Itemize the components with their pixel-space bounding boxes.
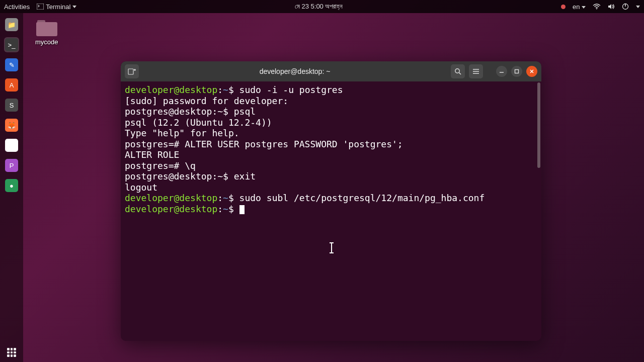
svg-rect-4 bbox=[128, 69, 133, 74]
maximize-button[interactable] bbox=[511, 66, 522, 77]
scrollbar[interactable] bbox=[537, 82, 540, 168]
app-menu-label: Terminal bbox=[46, 3, 70, 11]
folder-label: mycode bbox=[35, 38, 58, 46]
prompt-line: developer@desktop:~$ sudo subl /etc/post… bbox=[125, 193, 537, 204]
app-menu[interactable]: Terminal bbox=[37, 3, 76, 11]
wifi-icon[interactable] bbox=[593, 4, 601, 10]
output-line: ALTER ROLE bbox=[125, 149, 537, 160]
terminal-window: developer@desktop: ~ developer@desktop:~… bbox=[121, 61, 541, 341]
terminal-menu-icon bbox=[37, 4, 44, 10]
svg-line-8 bbox=[459, 72, 461, 74]
menu-button[interactable] bbox=[469, 64, 483, 78]
output-line: postgres=# \q bbox=[125, 160, 537, 171]
volume-icon[interactable] bbox=[608, 4, 615, 10]
window-title: developer@desktop: ~ bbox=[143, 67, 447, 75]
terminal-icon[interactable]: >_ bbox=[4, 37, 19, 52]
svg-point-1 bbox=[596, 9, 597, 10]
chevron-down-icon bbox=[72, 6, 76, 8]
record-indicator-icon bbox=[561, 5, 566, 9]
output-line: psql (12.2 (Ubuntu 12.2-4)) bbox=[125, 117, 537, 128]
output-line: logout bbox=[125, 182, 537, 193]
power-icon[interactable] bbox=[622, 3, 629, 10]
prompt-line: developer@desktop:~$ bbox=[125, 204, 537, 215]
software-icon[interactable]: A bbox=[4, 77, 19, 93]
output-line: postgres@desktop:~$ exit bbox=[125, 171, 537, 182]
desktop-folder-mycode[interactable]: mycode bbox=[35, 20, 58, 46]
output-line: postgres=# ALTER USER postgres PASSWORD … bbox=[125, 139, 537, 150]
block-cursor bbox=[239, 205, 245, 214]
chevron-down-icon bbox=[582, 6, 586, 9]
output-line: postgres@desktop:~$ psql bbox=[125, 106, 537, 117]
firefox-icon[interactable]: 🦊 bbox=[4, 118, 19, 133]
gedit-icon[interactable]: ✎ bbox=[4, 57, 19, 72]
clock[interactable]: মে 23 5:00 অপরাহ্ন bbox=[76, 3, 560, 11]
minimize-icon bbox=[499, 69, 504, 74]
chevron-down-icon bbox=[636, 6, 640, 8]
maximize-icon bbox=[514, 69, 519, 74]
chrome-icon[interactable]: ◉ bbox=[4, 138, 19, 153]
svg-point-7 bbox=[455, 69, 459, 73]
output-line: [sudo] password for developer: bbox=[125, 96, 537, 107]
input-language[interactable]: en bbox=[573, 3, 586, 11]
activities-button[interactable]: Activities bbox=[4, 3, 30, 11]
window-titlebar[interactable]: developer@desktop: ~ bbox=[121, 61, 541, 81]
new-tab-icon bbox=[128, 68, 136, 75]
folder-icon bbox=[36, 20, 57, 36]
show-applications-icon[interactable] bbox=[7, 348, 16, 357]
close-icon bbox=[529, 69, 534, 74]
svg-rect-13 bbox=[515, 70, 519, 73]
svg-rect-0 bbox=[37, 4, 44, 10]
search-icon bbox=[454, 68, 461, 75]
phpstorm-icon[interactable]: P bbox=[4, 158, 19, 173]
minimize-button[interactable] bbox=[496, 66, 507, 77]
files-icon[interactable]: 📁 bbox=[4, 17, 19, 32]
output-line: Type "help" for help. bbox=[125, 128, 537, 139]
dock: 📁>_✎AS🦊◉P● bbox=[0, 13, 23, 362]
text-cursor-icon bbox=[331, 243, 332, 252]
search-button[interactable] bbox=[451, 64, 465, 78]
prompt-line: developer@desktop:~$ sudo -i -u postgres bbox=[125, 84, 537, 96]
terminal-content[interactable]: developer@desktop:~$ sudo -i -u postgres… bbox=[121, 81, 541, 341]
hamburger-icon bbox=[472, 68, 479, 74]
close-button[interactable] bbox=[526, 66, 537, 77]
new-tab-button[interactable] bbox=[125, 64, 139, 78]
sublime-icon[interactable]: S bbox=[4, 98, 19, 113]
top-panel: Activities Terminal মে 23 5:00 অপরাহ্ন e… bbox=[0, 0, 644, 13]
app-icon[interactable]: ● bbox=[4, 178, 19, 193]
